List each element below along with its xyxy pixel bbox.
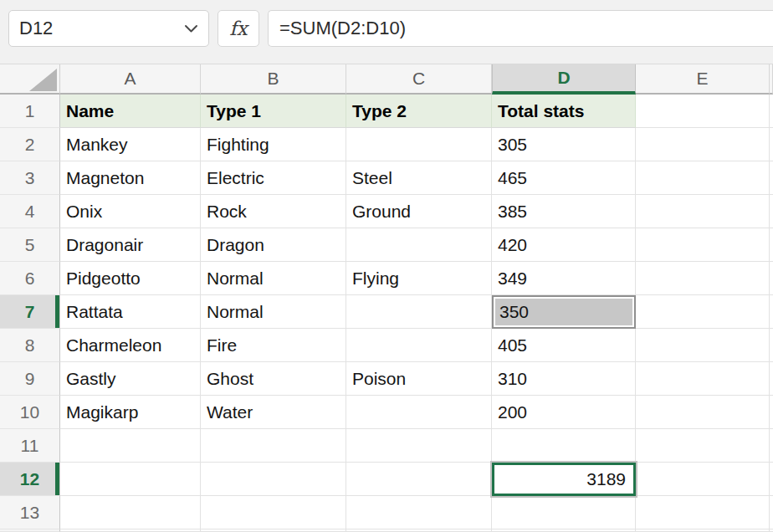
row-header-12[interactable]: 12 xyxy=(0,463,60,496)
sheet-row-11: 11 xyxy=(0,429,773,463)
cell-F11 xyxy=(770,429,773,463)
cell-B11[interactable] xyxy=(201,429,346,463)
cell-E5[interactable] xyxy=(636,228,770,262)
cell-C4[interactable]: Ground xyxy=(346,195,492,228)
cell-C13[interactable] xyxy=(346,496,492,529)
cell-B10[interactable]: Water xyxy=(201,396,346,429)
cell-E13[interactable] xyxy=(636,496,770,529)
name-box[interactable]: D12 xyxy=(8,10,209,47)
cell-E2[interactable] xyxy=(636,128,770,161)
cell-C10[interactable] xyxy=(346,396,492,429)
row-header-13[interactable]: 13 xyxy=(0,496,60,529)
cell-C3[interactable]: Steel xyxy=(346,161,492,195)
cell-D10[interactable]: 200 xyxy=(492,396,636,429)
cell-D4[interactable]: 385 xyxy=(492,195,636,228)
column-header-C[interactable]: C xyxy=(346,64,492,95)
row-header-11[interactable]: 11 xyxy=(0,429,60,463)
cell-B5[interactable]: Dragon xyxy=(201,228,346,262)
cell-A13[interactable] xyxy=(60,496,201,529)
column-header-overflow xyxy=(770,64,773,95)
cell-C5[interactable] xyxy=(346,228,492,262)
row-header-10[interactable]: 10 xyxy=(0,396,60,429)
cell-F6 xyxy=(770,262,773,295)
sheet-row-5: 5 Dragonair Dragon 420 xyxy=(0,228,773,262)
cell-B8[interactable]: Fire xyxy=(201,329,346,362)
row-header-9[interactable]: 9 xyxy=(0,362,60,396)
cell-A8[interactable]: Charmeleon xyxy=(60,329,201,362)
cell-D9[interactable]: 310 xyxy=(492,362,636,396)
cell-C7[interactable] xyxy=(346,295,492,329)
cell-A3[interactable]: Magneton xyxy=(60,161,201,195)
cell-E6[interactable] xyxy=(636,262,770,295)
cell-F10 xyxy=(770,396,773,429)
cell-A6[interactable]: Pidgeotto xyxy=(60,262,201,295)
column-header-A[interactable]: A xyxy=(60,64,201,95)
cell-B12[interactable] xyxy=(201,463,346,496)
cell-E11[interactable] xyxy=(636,429,770,463)
cell-B2[interactable]: Fighting xyxy=(201,128,346,161)
cell-E4[interactable] xyxy=(636,195,770,228)
cell-E10[interactable] xyxy=(636,396,770,429)
row-header-3[interactable]: 3 xyxy=(0,161,60,195)
cell-C8[interactable] xyxy=(346,329,492,362)
chevron-down-icon[interactable] xyxy=(184,24,198,33)
cell-A5[interactable]: Dragonair xyxy=(60,228,201,262)
cell-D8[interactable]: 405 xyxy=(492,329,636,362)
column-header-D[interactable]: D xyxy=(492,64,636,95)
name-box-value: D12 xyxy=(19,18,53,39)
cell-A4[interactable]: Onix xyxy=(60,195,201,228)
cell-B7[interactable]: Normal xyxy=(201,295,346,329)
row-header-5[interactable]: 5 xyxy=(0,228,60,262)
cell-E1[interactable] xyxy=(636,95,770,128)
cell-A11[interactable] xyxy=(60,429,201,463)
cell-D11[interactable] xyxy=(492,429,636,463)
cell-D2[interactable]: 305 xyxy=(492,128,636,161)
cell-C9[interactable]: Poison xyxy=(346,362,492,396)
cell-D13[interactable] xyxy=(492,496,636,529)
cell-E12[interactable] xyxy=(636,463,770,496)
column-header-E[interactable]: E xyxy=(636,64,770,95)
cell-B6[interactable]: Normal xyxy=(201,262,346,295)
cell-C11[interactable] xyxy=(346,429,492,463)
cell-D3[interactable]: 465 xyxy=(492,161,636,195)
cell-B9[interactable]: Ghost xyxy=(201,362,346,396)
row-header-8[interactable]: 8 xyxy=(0,329,60,362)
cell-A1[interactable]: Name xyxy=(60,95,201,128)
select-all-corner[interactable] xyxy=(0,64,60,95)
cell-E7[interactable] xyxy=(636,295,770,329)
row-header-7[interactable]: 7 xyxy=(0,295,60,329)
column-header-B[interactable]: B xyxy=(201,64,346,95)
fx-icon[interactable]: fx xyxy=(218,10,259,47)
cell-A2[interactable]: Mankey xyxy=(60,128,201,161)
cell-D1[interactable]: Total stats xyxy=(492,95,636,128)
row-header-6[interactable]: 6 xyxy=(0,262,60,295)
row-header-1[interactable]: 1 xyxy=(0,95,60,128)
row-header-4[interactable]: 4 xyxy=(0,195,60,228)
cell-E9[interactable] xyxy=(636,362,770,396)
sheet-row-10: 10 Magikarp Water 200 xyxy=(0,396,773,429)
cell-C2[interactable] xyxy=(346,128,492,161)
cell-A12[interactable] xyxy=(60,463,201,496)
cell-F7 xyxy=(770,295,773,329)
cell-E3[interactable] xyxy=(636,161,770,195)
cell-D12-active[interactable]: 3189 xyxy=(492,463,636,496)
cell-A10[interactable]: Magikarp xyxy=(60,396,201,429)
cell-D5[interactable]: 420 xyxy=(492,228,636,262)
cell-C12[interactable] xyxy=(346,463,492,496)
cell-B4[interactable]: Rock xyxy=(201,195,346,228)
formula-bar[interactable]: =SUM(D2:D10) xyxy=(268,10,773,47)
cell-A9[interactable]: Gastly xyxy=(60,362,201,396)
cell-B13[interactable] xyxy=(201,496,346,529)
cell-E8[interactable] xyxy=(636,329,770,362)
cell-B1[interactable]: Type 1 xyxy=(201,95,346,128)
cell-C6[interactable]: Flying xyxy=(346,262,492,295)
cell-C1[interactable]: Type 2 xyxy=(346,95,492,128)
spreadsheet-grid: A B C D E 1 Name Type 1 Type 2 Total sta… xyxy=(0,64,773,532)
cell-A7[interactable]: Rattata xyxy=(60,295,201,329)
cell-B3[interactable]: Electric xyxy=(201,161,346,195)
cell-D7-selected[interactable]: 350 xyxy=(492,295,636,329)
sheet-row-9: 9 Gastly Ghost Poison 310 xyxy=(0,362,773,396)
cell-D6[interactable]: 349 xyxy=(492,262,636,295)
row-header-2[interactable]: 2 xyxy=(0,128,60,161)
sheet-row-8: 8 Charmeleon Fire 405 xyxy=(0,329,773,362)
